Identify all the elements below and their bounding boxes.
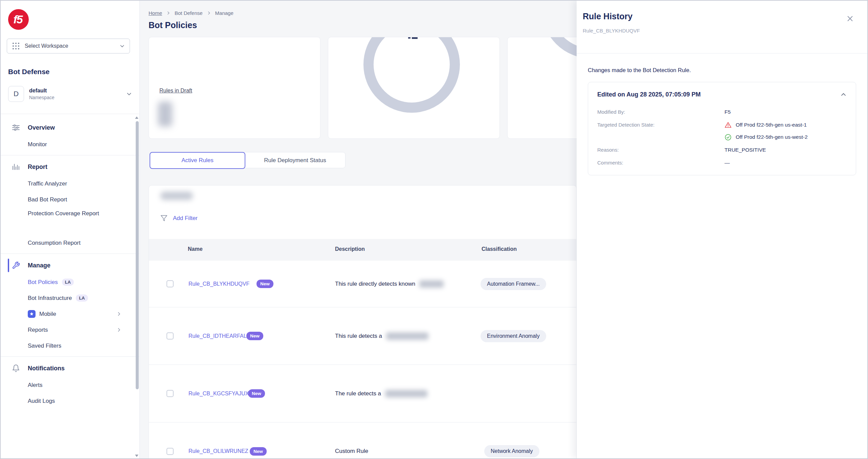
panel-section-text: Changes made to the Bot Detection Rule. [588, 67, 691, 73]
wrench-icon [12, 261, 20, 269]
new-badge: New [248, 389, 265, 398]
sidebar-item-label: Audit Logs [28, 398, 55, 405]
sidebar-item-label: Bot Policies [28, 279, 58, 286]
tab-active-rules[interactable]: Active Rules [150, 152, 245, 169]
tab-rule-deployment-status[interactable]: Rule Deployment Status [245, 152, 345, 169]
clipped-label-fragment [408, 37, 410, 39]
rule-name-link[interactable]: Rule_CB_BLYKHDUQVF [188, 281, 249, 287]
sidebar-item-label: Notifications [28, 365, 65, 372]
classification-pill: Network Anomaly [484, 445, 539, 457]
sidebar-item-label: Mobile [39, 311, 56, 318]
sidebar-item-label: Saved Filters [28, 343, 61, 349]
sidebar-item-notifications[interactable]: Notifications [1, 359, 139, 377]
sidebar-item-saved-filters[interactable]: Saved Filters [1, 338, 139, 354]
add-filter-label: Add Filter [173, 215, 198, 222]
sidebar-item-bot-policies[interactable]: Bot Policies LA [1, 274, 139, 290]
warning-triangle-icon [725, 122, 732, 129]
rule-description: Custom Rule [335, 448, 368, 455]
sidebar-item-label: Monitor [28, 141, 47, 148]
app-window: f5 Select Workspace Bot Defense D defaul… [0, 0, 868, 459]
donut-chart-ring [363, 37, 460, 113]
close-icon[interactable] [846, 15, 854, 23]
sidebar-item-label: Reports [28, 327, 48, 333]
namespace-sublabel: Namespace [29, 95, 126, 100]
modified-by-label: Modified By: [597, 108, 725, 116]
bell-icon [12, 364, 20, 372]
rules-tabs: Active Rules Rule Deployment Status [150, 152, 346, 168]
sidebar-item-reports[interactable]: Reports [1, 322, 139, 338]
grid-icon [12, 42, 20, 50]
rule-name-link[interactable]: Rule_CB_KGCSFYAJUX [188, 391, 249, 397]
sidebar-item-protection-coverage-report[interactable]: Protection Coverage Report [1, 207, 139, 235]
add-filter-button[interactable]: Add Filter [160, 215, 198, 222]
breadcrumb-item[interactable]: Bot Defense [175, 10, 203, 16]
column-header-name: Name [188, 246, 203, 252]
namespace-avatar: D [8, 86, 24, 102]
sidebar-item-report[interactable]: Report [1, 158, 139, 176]
redacted-count-blur [158, 102, 172, 127]
sidebar-scrollbar-thumb[interactable] [136, 121, 139, 389]
targeted-state-text: Off Prod f22-5th-gen us-east-1 [736, 121, 807, 129]
rules-table-card: Add Filter Name Description Classificati… [149, 185, 577, 458]
sidebar-item-bot-infrastructure[interactable]: Bot Infrastructure LA [1, 290, 139, 306]
sidebar-item-audit-logs[interactable]: Audit Logs [1, 393, 139, 409]
sidebar-item-manage[interactable]: Manage [1, 257, 139, 274]
reasons-label: Reasons: [597, 146, 725, 154]
comments-value: — [725, 159, 730, 167]
sidebar-item-label: Traffic Analyzer [28, 180, 67, 187]
scrollbar-down-arrow[interactable] [135, 455, 138, 457]
reasons-value: TRUE_POSITIVE [725, 146, 766, 154]
table-row[interactable]: Rule_CB_BLYKHDUQVF New This rule directl… [149, 261, 576, 307]
reasons-row: Reasons: TRUE_POSITIVE [597, 146, 847, 154]
row-checkbox[interactable] [166, 390, 174, 397]
sidebar-item-monitor[interactable]: Monitor [1, 136, 139, 152]
sidebar-item-consumption-report[interactable]: Consumption Report [1, 235, 139, 251]
sidebar-item-label: Report [28, 163, 47, 171]
table-row[interactable]: Rule_CB_KGCSFYAJUX New The rule detects … [149, 365, 576, 422]
page-title: Bot Policies [149, 20, 197, 30]
chevron-up-icon[interactable] [840, 91, 847, 98]
redacted-items-count-blur [160, 192, 193, 200]
scrollbar-up-arrow[interactable] [135, 116, 138, 119]
new-badge: New [246, 332, 263, 340]
comments-row: Comments: — [597, 159, 847, 167]
sidebar-item-overview[interactable]: Overview [1, 119, 139, 136]
row-checkbox[interactable] [166, 332, 174, 340]
rules-in-draft-link[interactable]: Rules in Draft [159, 88, 192, 94]
breadcrumb-home-link[interactable]: Home [149, 10, 162, 16]
workspace-selector[interactable]: Select Workspace [7, 39, 130, 53]
table-row[interactable]: Rule_CB_IDTHEARFAL New This rule detects… [149, 307, 576, 365]
sidebar-item-label: Consumption Report [28, 240, 81, 246]
redacted-text-blur [419, 280, 444, 288]
sidebar-item-alerts[interactable]: Alerts [1, 377, 139, 393]
rules-in-draft-card: Rules in Draft [149, 37, 320, 139]
sidebar-item-label: Bot Infrastructure [28, 295, 72, 302]
rule-name-link[interactable]: Rule_CB_OLILWRUNEZ [188, 448, 248, 454]
new-badge: New [257, 280, 273, 288]
sidebar-item-mobile[interactable]: Mobile [1, 306, 139, 322]
table-row[interactable]: Rule_CB_OLILWRUNEZ New Custom Rule Netwo… [149, 422, 576, 458]
f5-logo-text: f5 [13, 13, 23, 26]
classification-pill: Environment Anomaly [481, 330, 546, 342]
row-checkbox[interactable] [166, 280, 174, 287]
chevron-right-icon [166, 11, 171, 15]
targeted-state-item: Off Prod f22-5th-gen us-west-2 [725, 133, 808, 141]
classification-pill: Automation Framew... [481, 278, 546, 290]
rule-description: The rule detects a [335, 390, 427, 397]
sidebar-item-label: Bad Bot Report [28, 196, 67, 203]
row-checkbox[interactable] [166, 448, 174, 455]
summary-donut-card [328, 37, 500, 139]
f5-logo: f5 [8, 9, 29, 30]
funnel-icon [160, 215, 168, 222]
targeted-detection-state-row: Targeted Detection State: Off Prod f22-5… [597, 121, 847, 141]
rule-name-link[interactable]: Rule_CB_IDTHEARFAL [188, 333, 247, 339]
namespace-selector[interactable]: D default Namespace [8, 85, 132, 102]
sidebar-item-label: Overview [28, 124, 55, 131]
product-title: Bot Defense [8, 68, 50, 76]
sidebar-item-traffic-analyzer[interactable]: Traffic Analyzer [1, 176, 139, 192]
main-content: Home Bot Defense Manage Bot Policies Rul… [140, 1, 577, 458]
rule-history-panel: Rule History Rule_CB_BLYKHDUQVF Changes … [577, 1, 868, 458]
table-header: Name Description Classification [149, 239, 576, 261]
sidebar-item-bad-bot-report[interactable]: Bad Bot Report [1, 192, 139, 207]
panel-divider [577, 53, 868, 53]
